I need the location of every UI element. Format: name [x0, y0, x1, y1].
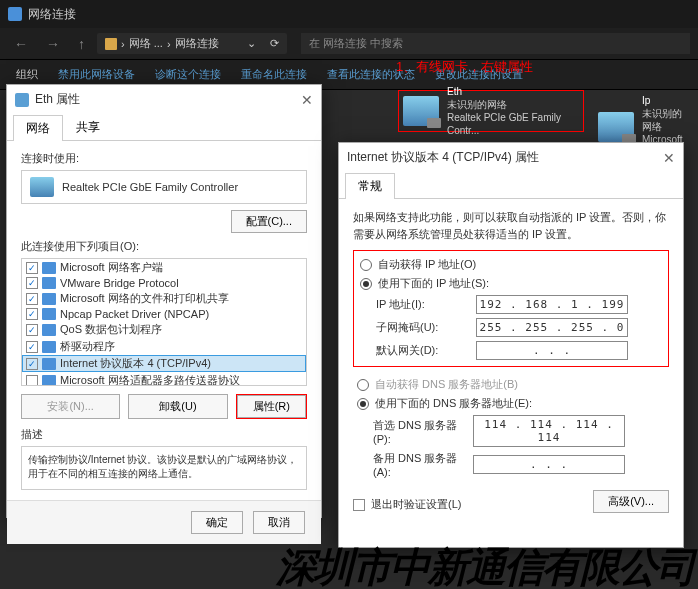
gateway-input[interactable]: . . . — [476, 341, 628, 360]
checkbox-icon[interactable] — [26, 324, 38, 336]
protocol-icon — [42, 293, 56, 305]
breadcrumb-segment[interactable]: 网络连接 — [175, 36, 219, 51]
protocol-icon — [42, 375, 56, 387]
adapter-device: Realtek PCIe GbE Family Contr... — [447, 111, 579, 137]
auto-dns-radio: 自动获得 DNS 服务器地址(B) — [357, 377, 669, 392]
protocol-item[interactable]: Microsoft 网络客户端 — [22, 259, 306, 276]
checkbox-icon[interactable] — [26, 277, 38, 289]
adapter-name: Eth — [447, 85, 579, 98]
radio-label: 自动获得 DNS 服务器地址(B) — [375, 377, 518, 392]
checkbox-icon[interactable] — [26, 341, 38, 353]
rename-link[interactable]: 重命名此连接 — [233, 67, 315, 82]
radio-icon — [360, 278, 372, 290]
checkbox-icon[interactable] — [26, 293, 38, 305]
dns2-label: 备用 DNS 服务器(A): — [373, 451, 473, 478]
configure-button[interactable]: 配置(C)... — [231, 210, 307, 233]
window-title: 网络连接 — [28, 6, 76, 23]
radio-label: 自动获得 IP 地址(O) — [378, 257, 476, 272]
ipv4-properties-dialog: Internet 协议版本 4 (TCP/IPv4) 属性 ✕ 常规 如果网络支… — [338, 142, 684, 548]
protocol-item[interactable]: VMware Bridge Protocol — [22, 276, 306, 290]
install-button[interactable]: 安装(N)... — [21, 394, 120, 419]
tab-network[interactable]: 网络 — [13, 115, 63, 141]
ip-label: IP 地址(I): — [376, 297, 476, 312]
close-icon[interactable]: ✕ — [301, 92, 313, 108]
adapter-eth[interactable]: Eth 未识别的网络 Realtek PCIe GbE Family Contr… — [398, 90, 584, 132]
address-bar: ← → ↑ › 网络 ... › 网络连接 ⌄ ⟳ 在 网络连接 中搜索 — [0, 28, 698, 60]
protocol-item[interactable]: Microsoft 网络的文件和打印机共享 — [22, 290, 306, 307]
organize-menu[interactable]: 组织 — [8, 67, 46, 82]
protocol-icon — [42, 358, 56, 370]
intro-text: 如果网络支持此功能，则可以获取自动指派的 IP 设置。否则，你需要从网络系统管理… — [353, 209, 669, 242]
titlebar: 网络连接 — [0, 0, 698, 28]
tab-share[interactable]: 共享 — [63, 114, 113, 140]
device-name: Realtek PCIe GbE Family Controller — [62, 181, 238, 193]
window-icon — [8, 7, 22, 21]
diagnose-link[interactable]: 诊断这个连接 — [147, 67, 229, 82]
checkbox-icon[interactable] — [26, 262, 38, 274]
cancel-button[interactable]: 取消 — [253, 511, 305, 534]
dns2-input[interactable]: . . . — [473, 455, 625, 474]
use-ip-radio[interactable]: 使用下面的 IP 地址(S): — [360, 276, 666, 291]
description-text: 传输控制协议/Internet 协议。该协议是默认的广域网络协议，用于在不同的相… — [21, 446, 307, 490]
description-label: 描述 — [21, 427, 307, 442]
adapter-status: 未识别的网络 — [642, 107, 690, 133]
radio-icon — [357, 398, 369, 410]
disable-link[interactable]: 禁用此网络设备 — [50, 67, 143, 82]
tab-general[interactable]: 常规 — [345, 173, 395, 199]
protocol-label: Microsoft 网络的文件和打印机共享 — [60, 291, 229, 306]
ok-button[interactable]: 确定 — [191, 511, 243, 534]
dns1-label: 首选 DNS 服务器(P): — [373, 418, 473, 445]
checkbox-icon — [353, 499, 365, 511]
nav-forward-icon[interactable]: → — [40, 36, 66, 52]
mask-input[interactable]: 255 . 255 . 255 . 0 — [476, 318, 628, 337]
adapter-icon — [598, 112, 634, 142]
checkbox-icon[interactable] — [26, 375, 38, 387]
protocol-item[interactable]: 桥驱动程序 — [22, 338, 306, 355]
radio-label: 使用下面的 IP 地址(S): — [378, 276, 489, 291]
uninstall-button[interactable]: 卸载(U) — [128, 394, 227, 419]
nic-icon — [30, 177, 54, 197]
checkbox-icon[interactable] — [26, 308, 38, 320]
nav-up-icon[interactable]: ↑ — [72, 36, 91, 52]
protocol-item[interactable]: QoS 数据包计划程序 — [22, 321, 306, 338]
properties-button[interactable]: 属性(R) — [237, 395, 306, 418]
eth-properties-dialog: Eth 属性 ✕ 网络 共享 连接时使用: Realtek PCIe GbE F… — [6, 84, 322, 518]
advanced-button[interactable]: 高级(V)... — [593, 490, 669, 513]
annotation-1: 1、有线网卡，右键属性 — [396, 58, 533, 76]
radio-label: 使用下面的 DNS 服务器地址(E): — [375, 396, 532, 411]
radio-icon — [357, 379, 369, 391]
protocol-icon — [42, 262, 56, 274]
protocol-label: 桥驱动程序 — [60, 339, 115, 354]
protocol-icon — [42, 324, 56, 336]
dns1-input[interactable]: 114 . 114 . 114 . 114 — [473, 415, 625, 447]
protocol-label: VMware Bridge Protocol — [60, 277, 179, 289]
auto-ip-radio[interactable]: 自动获得 IP 地址(O) — [360, 257, 666, 272]
close-icon[interactable]: ✕ — [663, 150, 675, 166]
address-box[interactable]: › 网络 ... › 网络连接 ⌄ ⟳ — [97, 33, 287, 54]
search-input[interactable]: 在 网络连接 中搜索 — [301, 33, 690, 54]
dialog-icon — [15, 93, 29, 107]
nav-back-icon[interactable]: ← — [8, 36, 34, 52]
connect-using-label: 连接时使用: — [21, 151, 307, 166]
radio-icon — [360, 259, 372, 271]
protocol-label: Microsoft 网络适配器多路传送器协议 — [60, 373, 240, 386]
protocol-item[interactable]: Npcap Packet Driver (NPCAP) — [22, 307, 306, 321]
refresh-icon[interactable]: ⟳ — [270, 37, 279, 50]
protocol-item[interactable]: Internet 协议版本 4 (TCP/IPv4) — [22, 355, 306, 372]
protocol-label: Npcap Packet Driver (NPCAP) — [60, 308, 209, 320]
protocol-icon — [42, 308, 56, 320]
items-list[interactable]: Microsoft 网络客户端VMware Bridge ProtocolMic… — [21, 258, 307, 386]
folder-icon — [105, 38, 117, 50]
checkbox-icon[interactable] — [26, 358, 38, 370]
mask-label: 子网掩码(U): — [376, 320, 476, 335]
adapter-name: Ip — [642, 94, 690, 107]
protocol-label: Internet 协议版本 4 (TCP/IPv4) — [60, 356, 211, 371]
breadcrumb-segment[interactable]: 网络 ... — [129, 36, 163, 51]
protocol-item[interactable]: Microsoft 网络适配器多路传送器协议 — [22, 372, 306, 386]
protocol-icon — [42, 277, 56, 289]
ip-input[interactable]: 192 . 168 . 1 . 199 — [476, 295, 628, 314]
dialog-title: Eth 属性 — [35, 91, 80, 108]
checkbox-label: 退出时验证设置(L) — [371, 497, 461, 512]
validate-checkbox[interactable]: 退出时验证设置(L) — [353, 497, 461, 512]
use-dns-radio[interactable]: 使用下面的 DNS 服务器地址(E): — [357, 396, 669, 411]
